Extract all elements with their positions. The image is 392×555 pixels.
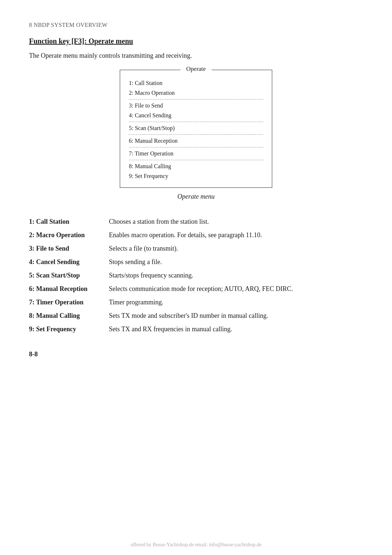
table-row: 2: Macro OperationEnables macro operatio… [29, 228, 363, 242]
page-title: Function key [F3]: Operate menu [29, 37, 363, 45]
menu-box: Operate 1: Call Station 2: Macro Operati… [120, 70, 272, 188]
page: 8 NBDP SYSTEM OVERVIEW Function key [F3]… [0, 0, 392, 387]
desc-key: 8: Manual Calling [29, 309, 109, 323]
list-item: 4: Cancel Sending [129, 111, 263, 120]
desc-key: 4: Cancel Sending [29, 255, 109, 269]
menu-box-wrapper: Operate 1: Call Station 2: Macro Operati… [29, 70, 363, 211]
table-row: 5: Scan Start/StopStarts/stops frequency… [29, 269, 363, 282]
section-header: 8 NBDP SYSTEM OVERVIEW [29, 22, 363, 28]
menu-divider [129, 122, 263, 122]
description-table: 1: Call StationChooses a station from th… [29, 215, 363, 336]
list-item: 5: Scan (Start/Stop) [129, 124, 263, 133]
desc-value: Enables macro operation. For details, se… [109, 228, 363, 242]
desc-key: 5: Scan Start/Stop [29, 269, 109, 282]
desc-value: Sets TX mode and subscriber's ID number … [109, 309, 363, 323]
list-item: 3: File to Send [129, 101, 263, 110]
desc-value: Chooses a station from the station list. [109, 215, 363, 228]
desc-value: Sets TX and RX frequencies in manual cal… [109, 323, 363, 336]
menu-divider [129, 99, 263, 100]
table-row: 8: Manual CallingSets TX mode and subscr… [29, 309, 363, 323]
list-item: 1: Call Station [129, 79, 263, 88]
menu-box-title: Operate [180, 65, 212, 73]
list-item: 7: Timer Operation [129, 149, 263, 158]
footer: offered by Busse-Yachtshop.de email: inf… [0, 542, 392, 548]
list-item: 8: Manual Calling [129, 162, 263, 171]
menu-caption: Operate menu [177, 193, 215, 200]
table-row: 7: Timer OperationTimer programming. [29, 296, 363, 309]
menu-box-items: 1: Call Station 2: Macro Operation 3: Fi… [129, 79, 263, 181]
desc-value: Timer programming. [109, 296, 363, 309]
list-item: 9: Set Frequency [129, 172, 263, 181]
intro-text: The Operate menu mainly controls transmi… [29, 52, 363, 60]
table-row: 1: Call StationChooses a station from th… [29, 215, 363, 228]
desc-key: 2: Macro Operation [29, 228, 109, 242]
list-item: 6: Manual Reception [129, 137, 263, 145]
desc-value: Stops sending a file. [109, 255, 363, 269]
desc-key: 9: Set Frequency [29, 323, 109, 336]
desc-key: 3: File to Send [29, 242, 109, 255]
desc-key: 6: Manual Reception [29, 282, 109, 296]
desc-value: Starts/stops frequency scanning. [109, 269, 363, 282]
menu-divider [129, 134, 263, 135]
desc-key: 7: Timer Operation [29, 296, 109, 309]
desc-key: 1: Call Station [29, 215, 109, 228]
table-row: 4: Cancel SendingStops sending a file. [29, 255, 363, 269]
table-row: 3: File to SendSelects a file (to transm… [29, 242, 363, 255]
menu-divider [129, 160, 263, 160]
page-number: 8-8 [29, 351, 363, 358]
table-row: 9: Set FrequencySets TX and RX frequenci… [29, 323, 363, 336]
desc-value: Selects a file (to transmit). [109, 242, 363, 255]
list-item: 2: Macro Operation [129, 89, 263, 97]
menu-divider [129, 147, 263, 147]
desc-value: Selects communication mode for reception… [109, 282, 363, 296]
table-row: 6: Manual ReceptionSelects communication… [29, 282, 363, 296]
